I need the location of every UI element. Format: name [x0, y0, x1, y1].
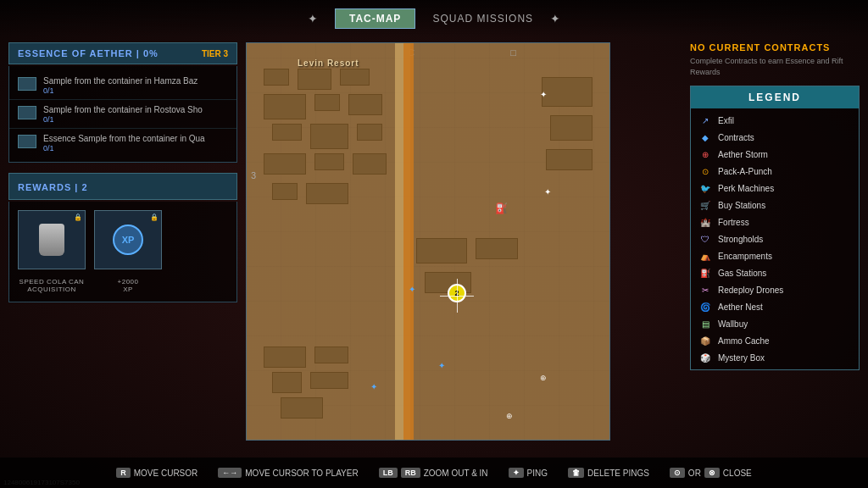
icon-5: ✦ — [438, 361, 445, 370]
buildings-center — [416, 238, 535, 306]
essence-title: ESSENCE OF AETHER | 0% — [18, 48, 159, 58]
building — [281, 397, 323, 419]
building — [264, 347, 306, 368]
cursor-v — [457, 279, 458, 313]
or-label: OR — [688, 469, 701, 478]
close-label: CLOSE — [723, 469, 752, 478]
legend-item-exfil: ↗ Exfil — [691, 112, 859, 129]
delete-pings-label: DELETE PINGS — [587, 469, 649, 478]
task-list: Sample from the container in Hamza Baz 0… — [8, 66, 237, 163]
no-contracts-title: NO CURRENT CONTRACTS — [690, 42, 860, 53]
building — [264, 69, 289, 86]
contracts-desc: Complete Contracts to earn Essence and R… — [690, 56, 860, 77]
map-area-label: Levin Resort — [298, 58, 359, 68]
marker-5: ✦ — [438, 361, 445, 370]
rewards-title: REWARDS | 2 — [18, 182, 88, 192]
mystery-box-icon: 🎲 — [699, 352, 711, 363]
building — [272, 372, 302, 393]
icon-6: ⊕ — [540, 374, 547, 382]
legend-item-fortress: 🏰 Fortress — [691, 214, 859, 230]
ammo-cache-label: Ammo Cache — [718, 336, 770, 346]
strongholds-icon: 🛡 — [699, 233, 711, 245]
icon-4: ✦ — [370, 382, 377, 391]
task-progress-3: 0/1 — [43, 144, 205, 152]
marker-7: ⊕ — [506, 412, 513, 420]
rewards-header: REWARDS | 2 — [8, 173, 237, 200]
task-text-2: Sample from the container in Rostova Sho — [43, 104, 203, 115]
redeploy-drones-icon: ✂ — [699, 284, 711, 296]
hint-close: ⊙ OR ⊗ CLOSE — [670, 468, 752, 478]
reward-card-can: 🔒 — [18, 210, 86, 269]
can-label: SPEED COLA CANACQUISITION — [18, 278, 86, 293]
hint-move-player: ←→ MOVE CURSOR TO PLAYER — [218, 468, 358, 478]
marker-6: ⊕ — [540, 374, 547, 382]
building — [476, 238, 518, 259]
encampments-label: Encampments — [718, 252, 772, 261]
fortress-icon: 🏰 — [699, 216, 711, 228]
map-background: C □ 3 Levin Resort — [247, 43, 609, 440]
r-button: R — [116, 468, 131, 478]
xp-label: +2000XP — [94, 278, 162, 293]
right-icon: ✦ — [550, 12, 560, 25]
map-cursor — [440, 279, 474, 313]
xp-icon: XP — [113, 225, 143, 255]
perk-machines-icon: 🐦 — [699, 182, 711, 194]
building — [310, 124, 348, 149]
building — [314, 94, 340, 111]
perk-machines-label: Perk Machines — [718, 184, 774, 193]
building — [550, 115, 593, 141]
task-icon-1 — [18, 77, 36, 91]
close-button: ⊙ — [670, 468, 685, 478]
building — [546, 149, 593, 170]
aether-nest-icon: 🌀 — [699, 301, 711, 313]
building — [272, 124, 302, 141]
building — [298, 69, 331, 90]
icon-1: ✦ — [544, 187, 551, 197]
gas-stations-label: Gas Stations — [718, 269, 766, 278]
legend-item-mystery-box: 🎲 Mystery Box — [691, 349, 859, 366]
hint-delete-pings: 🗑 DELETE PINGS — [568, 468, 649, 478]
exfil-label: Exfil — [718, 116, 734, 125]
hint-zoom: LB RB ZOOM OUT & IN — [379, 468, 488, 478]
strongholds-label: Strongholds — [718, 235, 763, 244]
contracts-label: Contracts — [718, 133, 754, 142]
building — [264, 153, 306, 175]
legend-panel: LEGEND ↗ Exfil ◆ Contracts ⊕ Aether Stor… — [690, 86, 860, 370]
exfil-icon: ↗ — [699, 114, 711, 126]
essence-header: ESSENCE OF AETHER | 0% TIER 3 — [8, 42, 237, 64]
legend-item-aether-storm: ⊕ Aether Storm — [691, 146, 859, 163]
task-progress-2: 0/1 — [43, 115, 203, 124]
mystery-box-label: Mystery Box — [718, 353, 765, 363]
legend-item-perk-machines: 🐦 Perk Machines — [691, 180, 859, 197]
building — [416, 238, 467, 263]
legend-item-contracts: ◆ Contracts — [691, 129, 859, 146]
wallbuy-icon: ▤ — [699, 318, 711, 330]
ping-label: PING — [527, 469, 548, 478]
task-item: Sample from the container in Rostova Sho… — [9, 100, 236, 129]
lock-icon-1: 🔒 — [74, 214, 82, 221]
grid-label-corner1: □ — [510, 47, 516, 58]
marker-2: ✦ — [540, 90, 547, 99]
building — [272, 183, 298, 200]
task-text-3: Essence Sample from the container in Qua — [43, 133, 205, 144]
tab-tacmap[interactable]: TAC-MAP — [335, 8, 415, 29]
tab-squad-missions[interactable]: SQUAD MISSIONS — [432, 13, 533, 25]
legend-item-strongholds: 🛡 Strongholds — [691, 230, 859, 247]
left-panel: ESSENCE OF AETHER | 0% TIER 3 Sample fro… — [8, 42, 237, 302]
icon-3: ✦ — [409, 285, 415, 294]
aether-storm-icon: ⊕ — [699, 148, 711, 160]
delete-button: 🗑 — [568, 468, 584, 478]
road-v2 — [403, 43, 414, 440]
right-panel: NO CURRENT CONTRACTS Complete Contracts … — [690, 42, 860, 370]
top-bar: ✦ TAC-MAP SQUAD MISSIONS ✦ — [0, 0, 868, 37]
move-player-label: MOVE CURSOR TO PLAYER — [245, 469, 358, 478]
marker-3: ✦ — [409, 285, 415, 294]
rewards-row: 🔒 🔒 XP — [18, 210, 228, 269]
building — [353, 153, 387, 175]
contracts-section: NO CURRENT CONTRACTS Complete Contracts … — [690, 42, 860, 77]
gas-stations-icon: ⛽ — [699, 267, 711, 279]
task-item: Sample from the container in Hamza Baz 0… — [9, 71, 236, 100]
map-area[interactable]: C □ 3 Levin Resort — [246, 42, 610, 441]
building — [314, 347, 348, 363]
building — [542, 77, 593, 107]
